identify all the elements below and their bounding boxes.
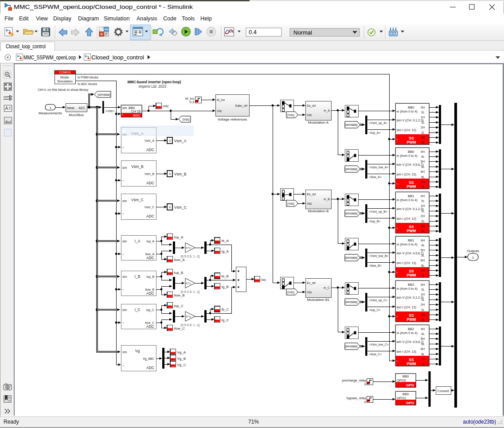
svg-text:0L: 0L [421,199,425,202]
svg-text:2L: 2L [421,131,425,134]
svg-text:>: > [122,113,124,116]
svg-text:[simdata]: [simdata] [98,93,110,97]
svg-text:m_C: m_C [324,286,330,290]
svg-text:imperix Ltd. 2023: imperix Ltd. 2023 [139,84,166,89]
svg-text:ADC: ADC [133,113,141,117]
svg-text:Iup_C: Iup_C [174,304,184,308]
svg-text:sim: sim [122,350,127,354]
svg-text:Iup_C: Iup_C [146,308,154,312]
svg-text:7H: 7H [421,358,425,361]
svg-text:5L: 5L [421,165,425,168]
svg-text:ADC: ADC [146,148,154,152]
svg-text:2L: 2L [421,308,425,311]
svg-text:Ib_C: Ib_C [222,307,229,311]
svg-text:Mode:: Mode: [60,75,70,79]
svg-text:[Vdc]: [Vdc] [183,118,190,121]
svg-text:PWM: PWM [407,273,416,277]
svg-text:PWM: PWM [407,140,416,144]
svg-text:Measurements: Measurements [39,111,62,115]
svg-text:1L: 1L [421,121,425,124]
svg-text:PWM: PWM [407,362,416,366]
svg-text:<Vsm_up_C>: <Vsm_up_C> [369,299,388,302]
svg-text:4H: 4H [421,150,425,153]
svg-text:>: > [396,315,398,318]
svg-text:m (from 0 to 4): m (from 0 to 4) [397,154,418,158]
svg-text:2H: 2H [421,126,425,129]
svg-text:K*u: K*u [186,315,191,318]
svg-text:4L: 4L [421,244,425,247]
svg-text:5H: 5H [421,160,425,163]
svg-text:5L: 5L [421,254,425,257]
svg-text:8: 8 [169,205,171,209]
svg-text:sim V (CH: 0,1,2,3): sim V (CH: 0,1,2,3) [397,118,424,122]
svg-text:>: > [396,138,398,141]
svg-text:>: > [396,271,398,274]
svg-text:[Vdc]: [Vdc] [287,291,294,294]
svg-text:Ib_B: Ib_B [222,274,229,278]
svg-text:I_A: I_A [135,239,141,243]
svg-text:sim: sim [122,275,127,278]
svg-text:Ig_B: Ig_B [222,285,229,289]
svg-text:1H: 1H [421,204,425,207]
svg-text:6L: 6L [421,353,425,356]
svg-text:4L: 4L [421,332,425,335]
svg-text:Vsm_C: Vsm_C [145,206,154,209]
svg-text:Ctrl+L on this block to show l: Ctrl+L on this block to show library [38,88,88,92]
svg-text:Closed_loop_control: Closed_loop_control [91,54,144,61]
svg-text:7L: 7L [421,185,425,188]
svg-text:precharge_relay: precharge_relay [342,378,366,382]
svg-text:4H: 4H [421,327,425,331]
svg-text:Vsm_A: Vsm_A [145,139,154,143]
svg-text:[0.5 0.5; 1 -1]: [0.5 0.5; 1 -1] [181,290,199,294]
svg-text:<Ilow_C>: <Ilow_C> [369,353,382,356]
svg-text:m (from 0 to 4): m (from 0 to 4) [397,287,418,291]
svg-text:K*u: K*u [186,282,191,285]
svg-text:>: > [122,213,124,215]
svg-text:sim I (CH: 13): sim I (CH: 13) [397,261,416,265]
svg-text:>: > [122,179,124,182]
svg-text:7H: 7H [421,269,425,272]
svg-text:Iup_A: Iup_A [174,235,184,239]
svg-text:7H: 7H [421,180,425,183]
svg-text:1L: 1L [421,210,425,213]
svg-text:Window Snip: Window Snip [131,127,171,135]
svg-text:<Ilow_A>: <Ilow_A> [369,175,382,179]
svg-text:sim I (CH: 12): sim I (CH: 12) [397,217,416,221]
svg-text:Meas: Meas [67,106,74,109]
svg-text:Vsm_C: Vsm_C [131,198,144,202]
svg-text:m (from 0 to 4): m (from 0 to 4) [397,242,418,246]
svg-text:[simdata]: [simdata] [345,256,357,260]
svg-text:m (from 0 to 4): m (from 0 to 4) [397,331,418,335]
svg-text:sim: sim [122,240,127,243]
svg-text:0: 0 [364,382,366,386]
svg-text:6L: 6L [421,175,425,179]
svg-text:sim I (CH: 13): sim I (CH: 13) [397,172,416,176]
svg-text:<Vsm_up_B>: <Vsm_up_B> [369,210,387,214]
svg-text:3L: 3L [421,141,425,144]
svg-text:Ec_ref: Ec_ref [307,281,316,285]
svg-text:Vsm_B: Vsm_B [174,172,187,176]
svg-text:2L: 2L [421,220,425,223]
svg-text:4L: 4L [421,155,425,158]
svg-text:sim: sim [122,199,127,202]
svg-text:0: 0 [364,400,366,404]
svg-text:6L: 6L [421,264,425,267]
svg-text:K*u: K*u [186,246,191,249]
svg-text:>: > [122,146,124,149]
svg-text:Vg: Vg [135,349,140,353]
svg-text:Convert: Convert [438,389,449,393]
svg-text:PWM: PWM [407,184,416,189]
svg-text:<Iup_B>: <Iup_B> [369,220,381,223]
svg-text:sim V (CH: 4,5,6,7): sim V (CH: 4,5,6,7) [397,340,424,344]
svg-text:m (from 0 to 4): m (from 0 to 4) [397,109,418,113]
svg-text:Vdc: Vdc [163,104,169,108]
svg-text:1: 1 [472,256,474,260]
svg-text:sim V (CH: 4,5,6,7): sim V (CH: 4,5,6,7) [397,163,424,167]
svg-text:GPO: GPO [406,401,414,405]
svg-text:1H: 1H [421,293,425,296]
svg-text:Ig_A: Ig_A [222,249,229,253]
svg-text:Vdc: Vdc [307,113,312,117]
svg-text:<Ilow_B>: <Ilow_B> [369,264,382,268]
svg-text:GPO1: GPO1 [397,396,406,400]
svg-text:<Vsm_low_C>: <Vsm_low_C> [369,343,389,346]
